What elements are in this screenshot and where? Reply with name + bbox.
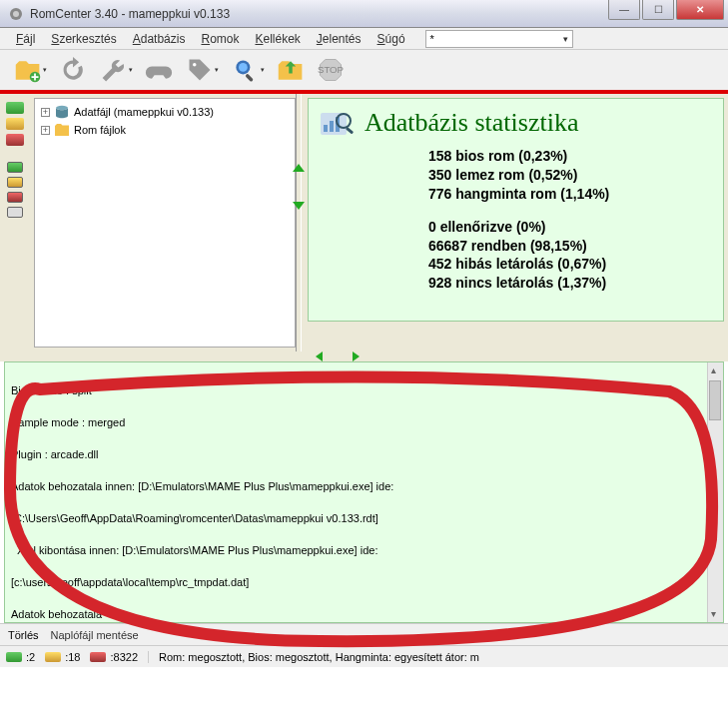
- toolbar: STOP: [0, 50, 728, 94]
- minimize-button[interactable]: —: [608, 0, 640, 20]
- menu-accessories[interactable]: Kellékek: [251, 30, 304, 48]
- menubar: Fájl Szerkesztés Adatbázis Romok Kelléke…: [0, 28, 728, 50]
- stats-line: 158 bios rom (0,23%): [428, 147, 713, 166]
- menu-file[interactable]: Fájl: [12, 30, 39, 48]
- stats-magnifier-icon: [319, 107, 355, 139]
- expand-icon[interactable]: +: [41, 108, 50, 117]
- maximize-button[interactable]: ☐: [642, 0, 674, 20]
- stats-panel: Adatbázis statisztika 158 bios rom (0,23…: [302, 94, 728, 352]
- chip-small-green-icon[interactable]: [7, 162, 23, 173]
- stats-line: 0 ellenőrizve (0%): [428, 218, 713, 237]
- filter-chipbar: [0, 94, 30, 352]
- tools-button[interactable]: [96, 53, 136, 87]
- chip-green-icon[interactable]: [6, 102, 24, 114]
- scrollbar[interactable]: [707, 362, 723, 622]
- log-line: Bios mode : split: [11, 382, 719, 398]
- export-button[interactable]: [274, 53, 308, 87]
- log-controls: Törlés Naplófájl mentése: [0, 623, 728, 645]
- stats-line: 350 lemez rom (0,52%): [428, 166, 713, 185]
- status-yellow-icon: [45, 652, 61, 662]
- log-clear-button[interactable]: Törlés: [8, 629, 39, 641]
- log-line: Adatok behozatala innen: [D:\Emulators\M…: [11, 478, 719, 494]
- svg-rect-6: [245, 74, 254, 83]
- log-line: [C:\Users\Geoff\AppData\Roaming\romcente…: [11, 510, 719, 526]
- search-button[interactable]: [228, 53, 268, 87]
- menu-roms[interactable]: Romok: [197, 30, 243, 48]
- statusbar: :2 :18 :8322 Rom: megosztott, Bios: mego…: [0, 645, 728, 667]
- svg-rect-15: [346, 127, 354, 134]
- chip-yellow-icon[interactable]: [6, 118, 24, 130]
- app-icon: [8, 6, 24, 22]
- log-line: Adatok behozatala: [11, 606, 719, 622]
- svg-point-3: [193, 63, 197, 67]
- folder-icon: [54, 123, 70, 137]
- log-save-button[interactable]: Naplófájl mentése: [51, 629, 139, 641]
- stats-line: 776 hangminta rom (1,14%): [428, 185, 713, 204]
- log-line: Xml kibontása innen: [D:\Emulators\MAME …: [11, 542, 719, 558]
- stats-line: 66687 rendben (98,15%): [428, 237, 713, 256]
- expand-icon[interactable]: +: [41, 126, 50, 135]
- main-panel: + Adatfájl (mameppkui v0.133) + Rom fájl…: [0, 94, 728, 352]
- filter-value: *: [430, 33, 434, 45]
- status-red-icon: [90, 652, 106, 662]
- status-red-count: :8322: [110, 651, 138, 663]
- log-line: Sample mode : merged: [11, 414, 719, 430]
- svg-point-5: [239, 63, 248, 72]
- refresh-button[interactable]: [56, 53, 90, 87]
- gamepad-button[interactable]: [142, 53, 176, 87]
- database-icon: [54, 105, 70, 119]
- menu-database[interactable]: Adatbázis: [129, 30, 190, 48]
- chip-small-grey-icon[interactable]: [7, 207, 23, 218]
- menu-report[interactable]: Jelentés: [313, 30, 365, 48]
- svg-text:STOP: STOP: [318, 64, 344, 75]
- svg-point-9: [56, 106, 68, 110]
- log-panel[interactable]: Bios mode : split Sample mode : merged P…: [4, 361, 724, 623]
- tree-label-romfiles: Rom fájlok: [74, 124, 126, 136]
- log-line: Plugin : arcade.dll: [11, 446, 719, 462]
- new-db-button[interactable]: [10, 53, 50, 87]
- scrollbar-thumb[interactable]: [709, 380, 721, 420]
- status-green-icon: [6, 652, 22, 662]
- svg-rect-11: [324, 125, 328, 132]
- chip-small-red-icon[interactable]: [7, 192, 23, 203]
- stats-title: Adatbázis statisztika: [364, 108, 578, 138]
- splitter-vertical[interactable]: [0, 352, 728, 361]
- tree-row-romfiles[interactable]: + Rom fájlok: [41, 121, 289, 139]
- menu-help[interactable]: Súgó: [373, 30, 409, 48]
- window-title: RomCenter 3.40 - mameppkui v0.133: [30, 7, 230, 21]
- menu-edit[interactable]: Szerkesztés: [47, 30, 120, 48]
- status-yellow-count: :18: [65, 651, 80, 663]
- tree-label-datafile: Adatfájl (mameppkui v0.133): [74, 106, 214, 118]
- close-button[interactable]: ✕: [676, 0, 724, 20]
- svg-rect-12: [330, 121, 334, 132]
- titlebar: RomCenter 3.40 - mameppkui v0.133 — ☐ ✕: [0, 0, 728, 28]
- chip-small-yellow-icon[interactable]: [7, 177, 23, 188]
- tag-button[interactable]: [182, 53, 222, 87]
- status-green-count: :2: [26, 651, 35, 663]
- tree-panel[interactable]: + Adatfájl (mameppkui v0.133) + Rom fájl…: [34, 98, 296, 348]
- stop-button[interactable]: STOP: [314, 53, 348, 87]
- tree-row-datafile[interactable]: + Adatfájl (mameppkui v0.133): [41, 103, 289, 121]
- svg-point-1: [13, 11, 19, 17]
- log-line: [c:\users\geoff\appdata\local\temp\rc_tm…: [11, 574, 719, 590]
- status-text: Rom: megosztott, Bios: megosztott, Hangm…: [148, 651, 722, 663]
- stats-line: 928 nincs letárolás (1,37%): [428, 274, 713, 293]
- stats-line: 452 hibás letárolás (0,67%): [428, 255, 713, 274]
- chip-red-icon[interactable]: [6, 134, 24, 146]
- filter-combo[interactable]: *: [425, 30, 573, 48]
